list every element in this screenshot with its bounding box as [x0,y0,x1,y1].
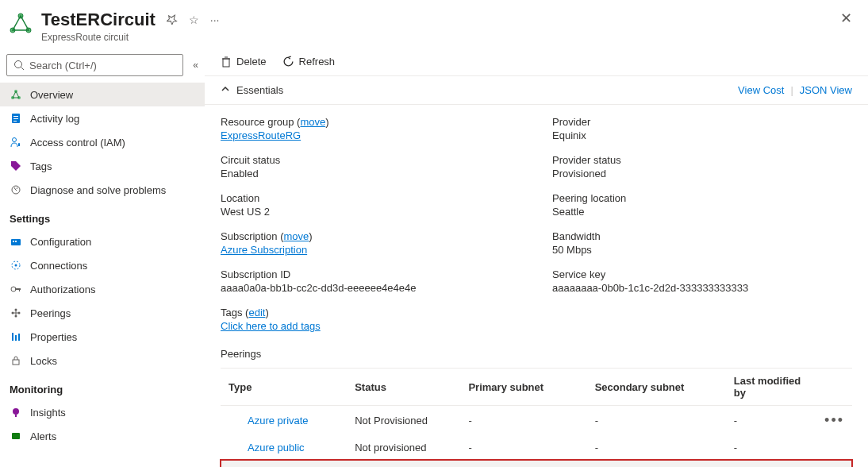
service-key-label: Service key [552,268,852,280]
location-label: Location [221,192,520,204]
provider-status-label: Provider status [552,154,852,166]
sidebar-item-tags[interactable]: Tags [0,154,205,178]
svg-rect-11 [13,121,17,122]
more-icon[interactable]: ··· [210,14,220,26]
sidebar-item-label: Authorizations [30,284,95,295]
peerings-icon [10,307,22,319]
svg-rect-36 [12,433,20,439]
sidebar-item-properties[interactable]: Properties [0,325,205,349]
search-input[interactable]: Search (Ctrl+/) [6,54,183,76]
provider-value: Equinix [552,129,852,141]
authorizations-icon [10,283,22,295]
sidebar-item-alerts[interactable]: Alerts [0,424,205,448]
col-secondary[interactable]: Secondary subnet [587,369,726,406]
sidebar-item-locks[interactable]: Locks [0,349,205,372]
sidebar-item-diagnose[interactable]: Diagnose and solve problems [0,178,205,202]
peering-secondary: - [587,406,726,436]
diagnose-icon [10,183,22,196]
resource-group-move-link[interactable]: move [300,116,325,128]
table-row[interactable]: Azure private Not Provisioned - - - ••• [221,406,852,436]
delete-button[interactable]: Delete [221,56,267,68]
svg-point-12 [13,138,17,142]
bandwidth-label: Bandwidth [552,230,852,242]
refresh-label: Refresh [299,56,336,68]
sidebar-item-access-control[interactable]: Access control (IAM) [0,130,205,154]
favorite-icon[interactable]: ☆ [189,14,199,26]
bandwidth-value: 50 Mbps [552,244,852,256]
peering-status: Provisioned [347,460,460,467]
sidebar-item-label: Access control (IAM) [30,137,125,149]
delete-icon [221,56,232,68]
sidebar-item-insights[interactable]: Insights [0,400,205,424]
sidebar-item-configuration[interactable]: Configuration [0,230,205,253]
essentials-title: Essentials [236,84,283,96]
collapse-sidebar-icon[interactable]: « [193,60,198,71]
svg-rect-31 [15,335,17,341]
chevron-up-icon [221,84,230,96]
circuit-status-value: Enabled [221,168,520,179]
alerts-icon [10,430,22,442]
json-view-link[interactable]: JSON View [800,84,852,96]
row-more-icon[interactable]: ••• [824,412,844,428]
peerings-title: Peerings [221,348,852,360]
table-row[interactable]: Azure public Not provisioned - - - [221,435,852,460]
location-value: West US 2 [221,206,520,218]
svg-rect-10 [13,118,18,119]
col-primary[interactable]: Primary subnet [460,369,586,406]
svg-line-4 [21,68,25,71]
peering-secondary: Two subnets configured [587,460,726,467]
overview-icon [10,88,22,101]
delete-label: Delete [236,56,267,68]
close-icon[interactable]: ✕ [840,10,852,27]
view-cost-link[interactable]: View Cost [738,84,784,96]
peering-modified: Customer [726,460,816,467]
sidebar-section-settings: Settings [0,202,205,230]
resource-group-value[interactable]: ExpressRouteRG [221,129,301,141]
sidebar-item-label: Peerings [30,307,71,319]
col-status[interactable]: Status [347,369,460,406]
svg-rect-14 [18,144,20,146]
refresh-button[interactable]: Refresh [282,56,336,68]
sidebar-item-label: Connections [30,260,87,272]
col-type[interactable]: Type [221,369,347,406]
subscription-id-value: aaaa0a0a-bb1b-cc2c-dd3d-eeeeee4e4e4e [221,282,520,294]
sidebar-item-label: Configuration [30,236,91,248]
resource-group-label: Resource group (move) [221,116,520,128]
sidebar-item-peerings[interactable]: Peerings [0,301,205,325]
peering-modified: - [726,406,816,436]
properties-icon [10,330,22,343]
provider-label: Provider [552,116,852,128]
svg-rect-9 [13,116,18,117]
subscription-value[interactable]: Azure Subscription [221,244,307,256]
sidebar-item-label: Properties [30,331,77,343]
sidebar-item-connections[interactable]: Connections [0,253,205,277]
col-modified[interactable]: Last modified by [726,369,816,406]
sidebar-item-overview[interactable]: Overview [0,83,205,106]
page-subtitle: ExpressRoute circuit [41,32,840,43]
pin-icon[interactable] [167,14,178,27]
peering-primary: Two subnets configured [460,460,586,467]
tags-label: Tags (edit) [221,307,852,318]
tags-add-link[interactable]: Click here to add tags [221,320,321,332]
sidebar-item-authorizations[interactable]: Authorizations [0,277,205,301]
sidebar-item-label: Locks [30,355,57,367]
search-icon [13,60,25,71]
peering-type[interactable]: Azure public [248,442,305,453]
tags-icon [10,160,22,172]
peerings-table: Type Status Primary subnet Secondary sub… [221,368,852,467]
peering-secondary: - [587,435,726,460]
tags-edit-link[interactable]: edit [248,307,265,318]
subscription-move-link[interactable]: move [284,230,309,242]
connections-icon [10,259,22,272]
subscription-id-label: Subscription ID [221,268,520,280]
sidebar-item-activity-log[interactable]: Activity log [0,106,205,130]
service-key-value: aaaaaaaa-0b0b-1c1c-2d2d-333333333333 [552,282,852,294]
table-row-highlighted[interactable]: ❯Microsoft Provisioned Two subnets confi… [221,460,852,467]
activity-log-icon [10,112,22,125]
refresh-icon [282,56,294,68]
locks-icon [10,354,22,367]
peering-type[interactable]: Azure private [248,415,309,426]
essentials-toggle[interactable]: Essentials [221,84,283,96]
svg-rect-35 [15,415,17,417]
svg-point-3 [15,61,22,68]
